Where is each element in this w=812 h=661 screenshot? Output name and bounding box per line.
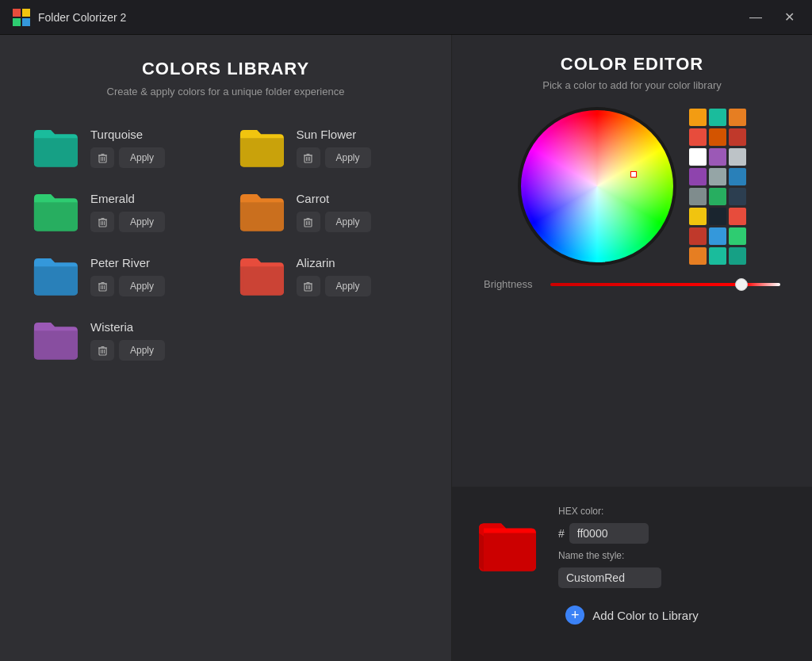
- title-bar-controls: — ✕: [745, 8, 799, 26]
- bottom-editor: HEX color: # Name the style:: [476, 506, 788, 588]
- color-actions-turquoise: Apply: [90, 147, 165, 168]
- brightness-slider[interactable]: [550, 283, 780, 286]
- trash-icon: [303, 153, 313, 163]
- swatch-20[interactable]: [729, 227, 746, 245]
- swatch-3[interactable]: [689, 128, 707, 146]
- minimize-button[interactable]: —: [745, 8, 767, 26]
- color-actions-emerald: Apply: [90, 212, 165, 232]
- trash-icon: [98, 217, 108, 227]
- apply-button-carrot[interactable]: Apply: [325, 212, 371, 232]
- style-name-input[interactable]: [558, 567, 661, 588]
- hex-input-row: #: [558, 523, 661, 544]
- delete-button-emerald[interactable]: [90, 212, 114, 232]
- color-actions-alizarin: Apply: [297, 276, 371, 296]
- hex-label: HEX color:: [558, 506, 661, 517]
- color-info-emerald: EmeraldApply: [90, 192, 165, 232]
- apply-button-wisteria[interactable]: Apply: [119, 340, 165, 361]
- folder-alizarin: [238, 254, 285, 298]
- swatch-15[interactable]: [689, 208, 707, 225]
- folder-sunflower: [238, 126, 285, 170]
- swatch-4[interactable]: [709, 128, 726, 146]
- apply-button-alizarin[interactable]: Apply: [325, 276, 371, 296]
- swatch-12[interactable]: [689, 188, 707, 205]
- swatch-17[interactable]: [729, 208, 746, 225]
- delete-button-carrot[interactable]: [297, 212, 320, 232]
- color-item-alizarin: AlizarinApply: [230, 248, 428, 304]
- svg-rect-2: [13, 18, 21, 26]
- swatch-2[interactable]: [729, 109, 746, 126]
- svg-rect-1: [22, 9, 30, 17]
- swatch-14[interactable]: [729, 188, 746, 205]
- hex-form: HEX color: # Name the style:: [558, 506, 661, 588]
- color-info-turquoise: TurquoiseApply: [90, 128, 165, 168]
- swatch-7[interactable]: [709, 148, 726, 166]
- swatch-22[interactable]: [709, 247, 726, 265]
- color-name-peterriver: Peter River: [90, 256, 165, 269]
- folder-peterriver: [32, 254, 79, 298]
- swatch-13[interactable]: [709, 188, 726, 205]
- swatch-19[interactable]: [709, 227, 726, 245]
- color-info-carrot: CarrotApply: [297, 192, 371, 232]
- left-panel: COLORS LIBRARY Create & apply colors for…: [0, 35, 452, 661]
- color-grid: TurquoiseApply Sun FlowerApply EmeraldAp…: [24, 120, 427, 369]
- swatch-1[interactable]: [709, 109, 726, 126]
- trash-icon: [98, 346, 108, 356]
- folder-wisteria: [32, 319, 79, 362]
- delete-button-wisteria[interactable]: [90, 340, 114, 361]
- add-color-label: Add Color to Library: [592, 609, 698, 622]
- color-wheel-area: [476, 107, 788, 266]
- colors-library-subtitle: Create & apply colors for a unique folde…: [24, 86, 427, 97]
- svg-rect-0: [13, 9, 21, 17]
- brightness-row: Brightness: [476, 278, 788, 290]
- trash-icon: [98, 281, 108, 292]
- add-color-button[interactable]: + Add Color to Library: [476, 601, 788, 629]
- apply-button-sunflower[interactable]: Apply: [325, 147, 371, 168]
- preview-folder: [476, 515, 539, 579]
- swatch-9[interactable]: [689, 168, 707, 185]
- delete-button-alizarin[interactable]: [297, 276, 320, 296]
- swatch-8[interactable]: [729, 148, 746, 166]
- trash-icon: [303, 217, 313, 227]
- app-icon: [13, 9, 30, 26]
- close-button[interactable]: ✕: [779, 8, 799, 26]
- color-name-wisteria: Wisteria: [90, 320, 165, 334]
- color-item-peterriver: Peter RiverApply: [24, 248, 222, 304]
- color-actions-sunflower: Apply: [297, 147, 371, 168]
- delete-button-peterriver[interactable]: [90, 276, 114, 296]
- swatch-11[interactable]: [729, 168, 746, 185]
- delete-button-turquoise[interactable]: [90, 147, 114, 168]
- color-name-carrot: Carrot: [297, 192, 371, 205]
- folder-carrot: [238, 190, 285, 234]
- swatch-16[interactable]: [709, 208, 726, 225]
- color-wheel[interactable]: [518, 107, 676, 266]
- color-item-carrot: CarrotApply: [230, 184, 428, 240]
- color-actions-carrot: Apply: [297, 212, 371, 232]
- swatch-21[interactable]: [689, 247, 707, 265]
- hex-input[interactable]: [569, 523, 649, 544]
- color-name-alizarin: Alizarin: [297, 256, 371, 269]
- app-title: Folder Colorizer 2: [38, 11, 126, 24]
- color-info-wisteria: WisteriaApply: [90, 320, 165, 361]
- color-info-peterriver: Peter RiverApply: [90, 256, 165, 296]
- delete-button-sunflower[interactable]: [297, 147, 320, 168]
- brightness-label: Brightness: [484, 278, 539, 290]
- swatch-6[interactable]: [689, 148, 707, 166]
- color-wheel-container[interactable]: [518, 107, 676, 266]
- add-circle-icon: +: [565, 606, 584, 625]
- color-swatches: [689, 109, 746, 265]
- apply-button-turquoise[interactable]: Apply: [119, 147, 165, 168]
- main-layout: COLORS LIBRARY Create & apply colors for…: [0, 35, 812, 661]
- right-top: COLOR EDITOR Pick a color to add for you…: [452, 35, 812, 487]
- colors-library-title: COLORS LIBRARY: [24, 59, 427, 79]
- right-bottom: HEX color: # Name the style: + Add Color…: [452, 487, 812, 661]
- swatch-10[interactable]: [709, 168, 726, 185]
- swatch-18[interactable]: [689, 227, 707, 245]
- color-item-emerald: EmeraldApply: [24, 184, 222, 240]
- apply-button-emerald[interactable]: Apply: [119, 212, 165, 232]
- swatch-23[interactable]: [729, 247, 746, 265]
- swatch-0[interactable]: [689, 109, 707, 126]
- color-name-sunflower: Sun Flower: [297, 128, 371, 141]
- swatch-5[interactable]: [729, 128, 746, 146]
- right-panel: COLOR EDITOR Pick a color to add for you…: [452, 35, 812, 661]
- apply-button-peterriver[interactable]: Apply: [119, 276, 165, 296]
